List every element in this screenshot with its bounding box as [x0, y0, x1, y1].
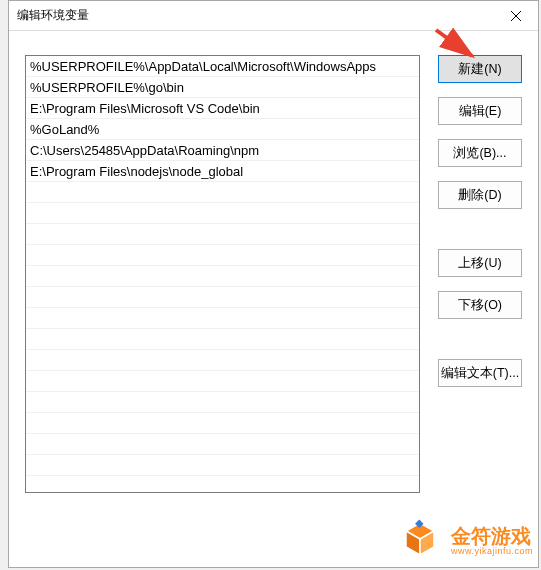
list-item[interactable]: E:\Program Files\nodejs\node_global — [26, 161, 419, 182]
background-strip — [0, 30, 8, 570]
list-item-empty[interactable] — [26, 224, 419, 245]
delete-button[interactable]: 删除(D) — [438, 181, 522, 209]
list-item-empty[interactable] — [26, 392, 419, 413]
move-down-button[interactable]: 下移(O) — [438, 291, 522, 319]
list-item-empty[interactable] — [26, 434, 419, 455]
list-item-empty[interactable] — [26, 455, 419, 476]
list-item-empty[interactable] — [26, 308, 419, 329]
browse-button[interactable]: 浏览(B)... — [438, 139, 522, 167]
list-item[interactable]: E:\Program Files\Microsoft VS Code\bin — [26, 98, 419, 119]
edit-text-button[interactable]: 编辑文本(T)... — [438, 359, 522, 387]
list-item-empty[interactable] — [26, 266, 419, 287]
list-item[interactable]: %USERPROFILE%\AppData\Local\Microsoft\Wi… — [26, 56, 419, 77]
move-up-button[interactable]: 上移(U) — [438, 249, 522, 277]
dialog-title: 编辑环境变量 — [17, 7, 89, 24]
titlebar: 编辑环境变量 — [9, 1, 538, 31]
list-item-empty[interactable] — [26, 203, 419, 224]
dialog-content: %USERPROFILE%\AppData\Local\Microsoft\Wi… — [9, 31, 538, 509]
list-item[interactable]: %USERPROFILE%\go\bin — [26, 77, 419, 98]
list-item-empty[interactable] — [26, 287, 419, 308]
edit-env-dialog: 编辑环境变量 %USERPROFILE%\AppData\Local\Micro… — [8, 0, 539, 568]
list-item-empty[interactable] — [26, 245, 419, 266]
new-button[interactable]: 新建(N) — [438, 55, 522, 83]
list-item-empty[interactable] — [26, 371, 419, 392]
list-item-empty[interactable] — [26, 350, 419, 371]
list-item-empty[interactable] — [26, 413, 419, 434]
list-item-empty[interactable] — [26, 182, 419, 203]
list-item[interactable]: C:\Users\25485\AppData\Roaming\npm — [26, 140, 419, 161]
close-icon — [511, 11, 521, 21]
close-button[interactable] — [494, 1, 538, 30]
path-listbox[interactable]: %USERPROFILE%\AppData\Local\Microsoft\Wi… — [25, 55, 420, 493]
list-item[interactable]: %GoLand% — [26, 119, 419, 140]
list-item-empty[interactable] — [26, 329, 419, 350]
button-column: 新建(N) 编辑(E) 浏览(B)... 删除(D) 上移(U) 下移(O) 编… — [438, 55, 522, 493]
edit-button[interactable]: 编辑(E) — [438, 97, 522, 125]
